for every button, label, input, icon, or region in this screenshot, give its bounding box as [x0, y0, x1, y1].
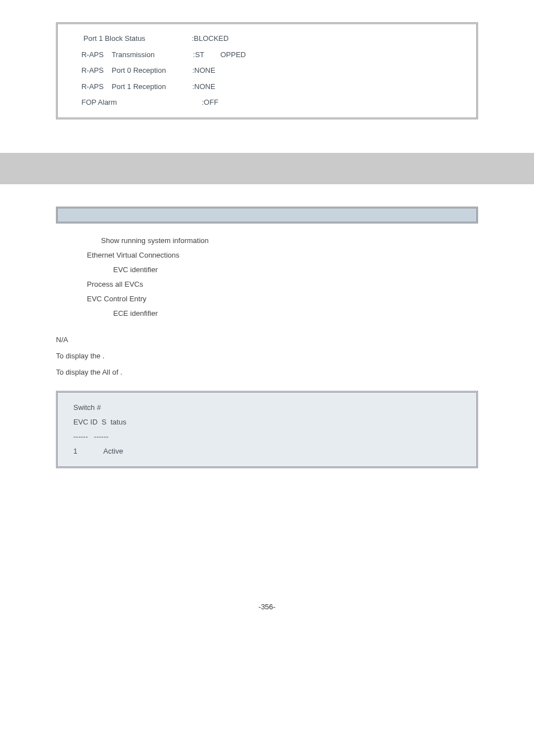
example-box: Switch # EVC ID S tatus ------ ------ 1 … [56, 391, 478, 468]
row: R-APS Port 1 Reception :NONE [73, 79, 461, 95]
desc-line: Show running system information [73, 234, 478, 248]
row: R-APS Transmission :ST OPPED [73, 47, 461, 63]
row: Switch # [73, 400, 461, 415]
row: R-APS Port 0 Reception :NONE [73, 63, 461, 79]
desc-line: Ethernet Virtual Connections [73, 248, 478, 263]
sentence-1: To display the . [56, 352, 534, 360]
output-box-1: Port 1 Block Status :BLOCKED R-APS Trans… [56, 22, 478, 119]
desc-line: Process all EVCs [73, 277, 478, 292]
page-number: -356- [0, 603, 534, 611]
row: FOP Alarm :OFF [73, 95, 461, 111]
row: Port 1 Block Status :BLOCKED [73, 31, 461, 47]
section-band [0, 153, 534, 184]
row: EVC ID S tatus [73, 415, 461, 430]
desc-line: EVC identifier [73, 263, 478, 277]
row: 1 Active [73, 444, 461, 459]
desc-line: ECE idenfifier [73, 306, 478, 321]
desc-line: EVC Control Entry [73, 292, 478, 306]
sentence-2: To display the All of . [56, 368, 534, 376]
row: ------ ------ [73, 430, 461, 444]
na-label: N/A [56, 335, 534, 344]
description-block: Show running system information Ethernet… [73, 234, 478, 321]
command-band [56, 207, 478, 223]
